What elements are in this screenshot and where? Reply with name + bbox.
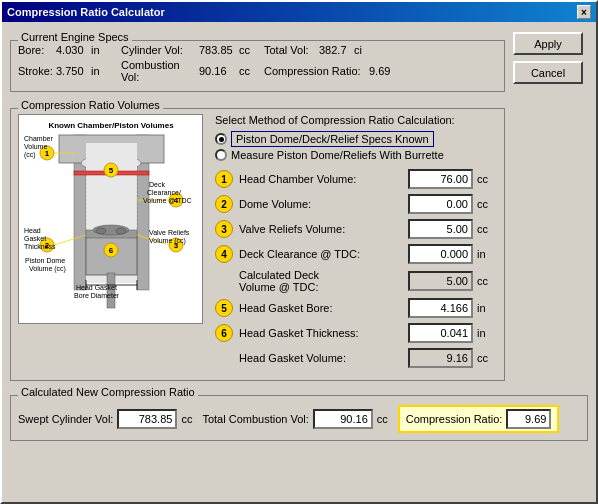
gasket-vol-label: Head Gasket Volume: — [239, 352, 408, 364]
diagram-box: Known Chamber/Piston Volumes — [18, 114, 203, 324]
comb-vol-label: Combustion Vol: — [121, 59, 199, 83]
field-row-6: 6 Head Gasket Thickness: in — [215, 323, 497, 343]
title-bar: Compression Ratio Calculator × — [2, 2, 596, 22]
radio-row-1[interactable]: Piston Dome/Deck/Relief Specs Known — [215, 131, 497, 147]
gasket-vol-row: Head Gasket Volume: cc — [215, 348, 497, 368]
volumes-inner: Known Chamber/Piston Volumes — [18, 114, 497, 373]
cyl-vol-value: 783.85 — [199, 44, 239, 56]
svg-text:(cc): (cc) — [24, 151, 36, 159]
comb-vol-value: 90.16 — [199, 65, 239, 77]
field-label-6: Head Gasket Thickness: — [239, 327, 408, 339]
right-buttons: Apply Cancel — [513, 28, 588, 381]
compression-ratio-highlight: Compression Ratio: — [398, 405, 560, 433]
left-content: Current Engine Specs Bore: 4.030 in Cyli… — [10, 28, 505, 381]
field-num-3: 3 — [215, 220, 233, 238]
svg-text:Head: Head — [24, 227, 41, 234]
svg-point-10 — [96, 228, 106, 234]
field-row-2: 2 Dome Volume: cc — [215, 194, 497, 214]
radio-2[interactable] — [215, 149, 227, 161]
window-title: Compression Ratio Calculator — [7, 6, 165, 18]
svg-text:Volume (cc): Volume (cc) — [149, 237, 186, 245]
swept-vol-unit: cc — [181, 413, 192, 425]
swept-cylinder-vol-input[interactable] — [117, 409, 177, 429]
swept-vol-field: Swept Cylinder Vol: cc — [18, 409, 192, 429]
cancel-button[interactable]: Cancel — [513, 61, 583, 84]
method-label: Select Method of Compression Ratio Calcu… — [215, 114, 497, 126]
comb-vol-unit: cc — [239, 65, 264, 77]
bore-unit: in — [91, 44, 121, 56]
compression-ratio-input[interactable] — [506, 409, 551, 429]
svg-text:Valve Reliefs: Valve Reliefs — [149, 229, 190, 236]
volumes-group: Compression Ratio Volumes Known Chamber/… — [10, 100, 505, 381]
valve-reliefs-input[interactable] — [408, 219, 473, 239]
field-num-4: 4 — [215, 245, 233, 263]
cyl-vol-unit: cc — [239, 44, 264, 56]
radio-1-dot — [219, 137, 224, 142]
svg-text:Volume (cc): Volume (cc) — [29, 265, 66, 273]
bottom-row: Swept Cylinder Vol: cc Total Combustion … — [18, 405, 580, 433]
radio-2-label[interactable]: Measure Piston Dome/Reliefs With Burrett… — [231, 149, 444, 161]
field-row-4: 4 Deck Clearance @ TDC: in — [215, 244, 497, 264]
svg-text:Piston Dome: Piston Dome — [25, 257, 65, 264]
head-gasket-bore-input[interactable] — [408, 298, 473, 318]
svg-point-11 — [116, 228, 126, 234]
stroke-row: Stroke: 3.750 in Combustion Vol: 90.16 c… — [18, 59, 497, 83]
total-vol-unit: ci — [354, 44, 374, 56]
total-comb-unit: cc — [377, 413, 388, 425]
head-chamber-volume-input[interactable] — [408, 169, 473, 189]
head-gasket-volume-input[interactable] — [408, 348, 473, 368]
radio-1-label[interactable]: Piston Dome/Deck/Relief Specs Known — [231, 131, 434, 147]
total-vol-value: 382.7 — [319, 44, 354, 56]
calc-deck-unit: cc — [477, 275, 497, 287]
engine-diagram: Known Chamber/Piston Volumes — [19, 115, 203, 324]
cr-value: 9.69 — [369, 65, 399, 77]
cr-label: Compression Ratio: — [264, 65, 369, 77]
svg-text:Thickness: Thickness — [24, 243, 56, 250]
apply-button[interactable]: Apply — [513, 32, 583, 55]
field-unit-1: cc — [477, 173, 497, 185]
bore-value: 4.030 — [56, 44, 91, 56]
bore-label: Bore: — [18, 44, 56, 56]
field-label-4: Deck Clearance @ TDC: — [239, 248, 408, 260]
total-vol-label: Total Vol: — [264, 44, 319, 56]
engine-specs-group: Current Engine Specs Bore: 4.030 in Cyli… — [10, 32, 505, 92]
stroke-value: 3.750 — [56, 65, 91, 77]
svg-text:Gasket: Gasket — [24, 235, 46, 242]
close-button[interactable]: × — [577, 5, 591, 19]
svg-text:5: 5 — [109, 166, 114, 175]
engine-specs-label: Current Engine Specs — [18, 31, 132, 43]
dome-volume-input[interactable] — [408, 194, 473, 214]
svg-text:Bore Diameter: Bore Diameter — [74, 292, 120, 299]
cyl-vol-label: Cylinder Vol: — [121, 44, 199, 56]
field-unit-6: in — [477, 327, 497, 339]
field-unit-2: cc — [477, 198, 497, 210]
swept-vol-label: Swept Cylinder Vol: — [18, 413, 113, 425]
field-label-2: Dome Volume: — [239, 198, 408, 210]
stroke-label: Stroke: — [18, 65, 56, 77]
calc-deck-label: Calculated DeckVolume @ TDC: — [239, 269, 408, 293]
calc-deck-row: Calculated DeckVolume @ TDC: cc — [215, 269, 497, 293]
radio-row-2[interactable]: Measure Piston Dome/Reliefs With Burrett… — [215, 149, 497, 161]
total-combustion-vol-input[interactable] — [313, 409, 373, 429]
head-gasket-thickness-input[interactable] — [408, 323, 473, 343]
right-panel: Select Method of Compression Ratio Calcu… — [215, 114, 497, 373]
svg-text:1: 1 — [45, 149, 50, 158]
field-unit-4: in — [477, 248, 497, 260]
total-comb-field: Total Combustion Vol: cc — [202, 409, 387, 429]
radio-1[interactable] — [215, 133, 227, 145]
header-region: Current Engine Specs Bore: 4.030 in Cyli… — [10, 28, 588, 381]
gasket-vol-unit: cc — [477, 352, 497, 364]
field-row-1: 1 Head Chamber Volume: cc — [215, 169, 497, 189]
calculated-group: Calculated New Compression Ratio Swept C… — [10, 387, 588, 441]
field-num-6: 6 — [215, 324, 233, 342]
svg-text:Volume: Volume — [24, 143, 47, 150]
svg-text:Clearance/: Clearance/ — [147, 189, 181, 196]
deck-clearance-input[interactable] — [408, 244, 473, 264]
svg-text:Volume @ TDC: Volume @ TDC — [143, 197, 192, 204]
field-num-5: 5 — [215, 299, 233, 317]
field-num-1: 1 — [215, 170, 233, 188]
field-num-2: 2 — [215, 195, 233, 213]
calc-deck-volume-input[interactable] — [408, 271, 473, 291]
stroke-unit: in — [91, 65, 121, 77]
main-content: Current Engine Specs Bore: 4.030 in Cyli… — [2, 22, 596, 447]
